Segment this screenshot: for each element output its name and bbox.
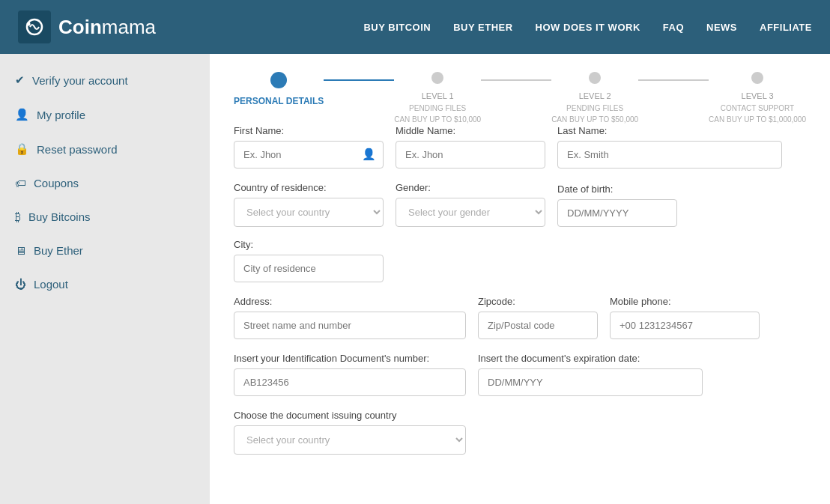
connector-2 <box>481 72 551 81</box>
logo: Coinmama <box>18 10 156 43</box>
city-label: City: <box>234 239 384 250</box>
dob-group: Date of birth: <box>557 183 677 227</box>
nav-faq[interactable]: FAQ <box>663 22 684 33</box>
progress-step-level3: LEVEL 3 CONTACT SUPPORT CAN BUY UP TO $1… <box>709 72 806 125</box>
personal-details-form: First Name: 👤 Middle Name: Last Name: <box>234 125 806 455</box>
sidebar-label-verify: Verify your account <box>32 74 128 87</box>
country-label: Country of residence: <box>234 182 384 193</box>
id-doc-group: Insert your Identification Document's nu… <box>234 353 466 396</box>
id-doc-label: Insert your Identification Document's nu… <box>234 353 466 364</box>
sidebar-label-coupons: Coupons <box>34 177 79 189</box>
connector-3 <box>638 72 709 81</box>
country-group: Country of residence: Select your countr… <box>234 182 384 227</box>
middle-name-group: Middle Name: <box>396 125 545 168</box>
city-group: City: <box>234 239 384 282</box>
issuing-country-row: Choose the document issuing country Sele… <box>234 410 806 455</box>
step-dot-level3 <box>751 72 763 84</box>
sidebar-item-buy-bitcoin[interactable]: ₿ Buy Bitcoins <box>0 200 210 234</box>
middle-name-input[interactable] <box>396 141 545 168</box>
sidebar: ✔ Verify your account 👤 My profile 🔒 Res… <box>0 54 210 504</box>
sidebar-label-buy-ether: Buy Ether <box>34 244 83 257</box>
gender-select[interactable]: Select your gender <box>396 198 545 227</box>
city-input[interactable] <box>234 255 384 282</box>
exp-date-group: Insert the document's expiration date: <box>478 353 703 396</box>
sidebar-item-verify[interactable]: ✔ Verify your account <box>0 63 210 97</box>
issuing-country-group: Choose the document issuing country Sele… <box>234 410 466 455</box>
step-dot-level2 <box>589 72 601 84</box>
sidebar-label-logout: Logout <box>34 278 68 291</box>
issuing-country-label: Choose the document issuing country <box>234 410 466 421</box>
mobile-input[interactable] <box>610 312 760 339</box>
address-label: Address: <box>234 296 466 307</box>
main-nav: BUY BITCOIN BUY ETHER HOW DOES IT WORK F… <box>363 22 812 33</box>
country-select[interactable]: Select your country <box>234 198 384 227</box>
last-name-label: Last Name: <box>557 125 782 136</box>
nav-buy-ether[interactable]: BUY ETHER <box>453 22 512 33</box>
sidebar-item-buy-ether[interactable]: 🖥 Buy Ether <box>0 234 210 267</box>
step-label-level3: LEVEL 3 CONTACT SUPPORT CAN BUY UP TO $1… <box>709 90 806 125</box>
lock-icon: 🔒 <box>15 142 29 156</box>
logo-text: Coinmama <box>58 16 156 39</box>
gender-group: Gender: Select your gender <box>396 182 545 227</box>
person-field-icon: 👤 <box>362 148 376 161</box>
progress-bar: PERSONAL DETAILS LEVEL 1 PENDING FILES C… <box>234 72 806 125</box>
sidebar-item-password[interactable]: 🔒 Reset password <box>0 132 210 166</box>
progress-step-level2: LEVEL 2 PENDING FILES CAN BUY UP TO $50,… <box>551 72 638 125</box>
power-icon: ⏻ <box>15 278 26 291</box>
zipcode-group: Zipcode: <box>478 296 598 339</box>
last-name-input[interactable] <box>557 141 782 168</box>
sidebar-item-logout[interactable]: ⏻ Logout <box>0 267 210 301</box>
progress-step-personal: PERSONAL DETAILS <box>234 72 324 108</box>
exp-date-input[interactable] <box>478 368 703 396</box>
person-icon: 👤 <box>15 108 29 121</box>
step-dot-personal <box>270 72 287 88</box>
step-label-level2: LEVEL 2 PENDING FILES CAN BUY UP TO $50,… <box>551 90 638 125</box>
bitcoin-icon: ₿ <box>15 210 21 223</box>
zipcode-label: Zipcode: <box>478 296 598 307</box>
nav-affiliate[interactable]: AFFILIATE <box>760 22 812 33</box>
step-dot-level1 <box>431 72 443 84</box>
address-row: Address: Zipcode: Mobile phone: <box>234 296 806 339</box>
page-layout: ✔ Verify your account 👤 My profile 🔒 Res… <box>0 54 830 504</box>
middle-name-label: Middle Name: <box>396 125 545 136</box>
id-doc-input[interactable] <box>234 368 466 396</box>
last-name-group: Last Name: <box>557 125 782 168</box>
address-input[interactable] <box>234 312 466 339</box>
logo-icon <box>18 10 51 43</box>
sidebar-item-profile[interactable]: 👤 My profile <box>0 97 210 132</box>
exp-date-label: Insert the document's expiration date: <box>478 353 703 364</box>
name-row: First Name: 👤 Middle Name: Last Name: <box>234 125 806 168</box>
dob-input[interactable] <box>557 199 677 227</box>
zipcode-input[interactable] <box>478 312 598 339</box>
gender-label: Gender: <box>396 182 545 193</box>
sidebar-label-password: Reset password <box>37 143 118 156</box>
mobile-group: Mobile phone: <box>610 296 760 339</box>
first-name-group: First Name: 👤 <box>234 125 384 168</box>
dob-label: Date of birth: <box>557 183 677 195</box>
nav-how-it-works[interactable]: HOW DOES IT WORK <box>536 22 640 33</box>
sidebar-label-buy-bitcoin: Buy Bitcoins <box>28 210 91 223</box>
checkmark-icon: ✔ <box>15 73 25 87</box>
progress-step-level1: LEVEL 1 PENDING FILES CAN BUY UP TO $10,… <box>394 72 481 125</box>
nav-buy-bitcoin[interactable]: BUY BITCOIN <box>363 22 431 33</box>
step-label-level1: LEVEL 1 PENDING FILES CAN BUY UP TO $10,… <box>394 90 481 125</box>
header: Coinmama BUY BITCOIN BUY ETHER HOW DOES … <box>0 0 830 54</box>
tag-icon: 🏷 <box>15 177 26 189</box>
first-name-wrap: 👤 <box>234 141 384 168</box>
country-gender-row: Country of residence: Select your countr… <box>234 182 806 282</box>
sidebar-item-coupons[interactable]: 🏷 Coupons <box>0 166 210 200</box>
mobile-label: Mobile phone: <box>610 296 760 307</box>
connector-1 <box>324 72 394 81</box>
first-name-input[interactable] <box>234 141 384 168</box>
address-group: Address: <box>234 296 466 339</box>
id-doc-row: Insert your Identification Document's nu… <box>234 353 806 396</box>
monitor-icon: 🖥 <box>15 244 26 257</box>
nav-news[interactable]: NEWS <box>706 22 737 33</box>
sidebar-label-profile: My profile <box>37 109 85 121</box>
step-label-personal: PERSONAL DETAILS <box>234 94 324 108</box>
first-name-label: First Name: <box>234 125 384 136</box>
svg-point-2 <box>27 22 31 26</box>
issuing-country-select[interactable]: Select your country <box>234 425 466 455</box>
main-content: PERSONAL DETAILS LEVEL 1 PENDING FILES C… <box>210 54 830 504</box>
